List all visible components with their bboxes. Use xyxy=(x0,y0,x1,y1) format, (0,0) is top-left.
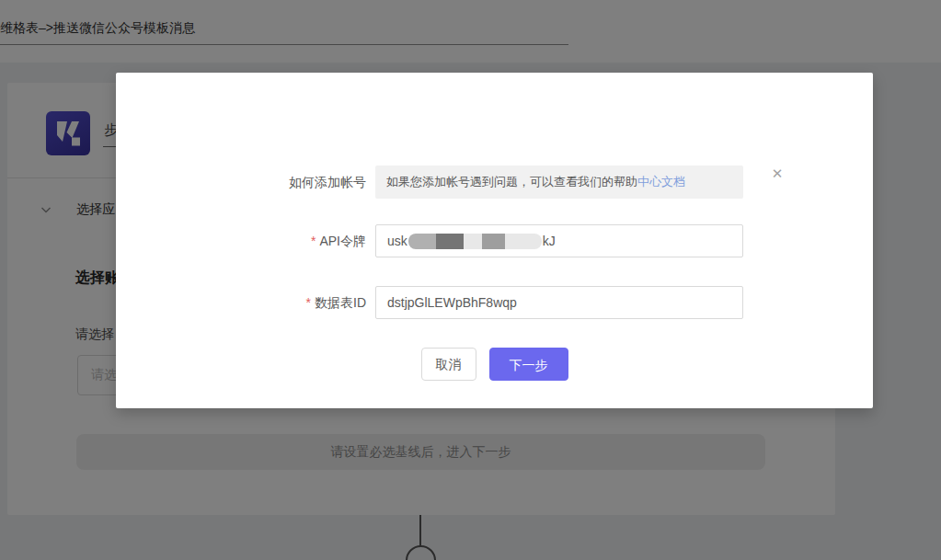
help-info-text: 如果您添加帐号遇到问题，可以查看我们的帮助 xyxy=(386,175,637,189)
required-asterisk: * xyxy=(306,295,311,310)
required-asterisk: * xyxy=(311,234,316,248)
app-page: 维格表–>推送微信公众号模板消息 步 选择应 选择账 请选择 请选 请设置必选基… xyxy=(0,0,941,560)
api-token-suffix: kJ xyxy=(543,234,556,248)
help-info-box: 如果您添加帐号遇到问题，可以查看我们的帮助中心文档 xyxy=(375,166,743,199)
api-token-label-text: API令牌 xyxy=(319,234,366,248)
cancel-button[interactable]: 取消 xyxy=(421,348,476,381)
datasheet-id-row: *数据表ID dstjpGlLEWpBhF8wqp xyxy=(116,286,873,319)
help-center-link[interactable]: 中心文档 xyxy=(637,175,685,189)
datasheet-id-label: *数据表ID xyxy=(116,286,366,319)
redacted-token-blocks xyxy=(408,234,542,249)
help-label: 如何添加帐号 xyxy=(116,166,366,199)
api-token-label: *API令牌 xyxy=(116,224,366,257)
datasheet-id-input[interactable]: dstjpGlLEWpBhF8wqp xyxy=(375,286,743,319)
help-row: 如何添加帐号 如果您添加帐号遇到问题，可以查看我们的帮助中心文档 xyxy=(116,166,873,199)
api-token-row: *API令牌 usk kJ xyxy=(116,224,873,257)
api-token-input[interactable]: usk kJ xyxy=(375,224,743,257)
authorization-modal: 请您填写授权信息 ✕ 如何添加帐号 如果您添加帐号遇到问题，可以查看我们的帮助中… xyxy=(116,73,873,408)
modal-footer: 取消 下一步 xyxy=(116,348,873,381)
next-step-button[interactable]: 下一步 xyxy=(489,348,568,381)
api-token-prefix: usk xyxy=(387,234,407,248)
datasheet-id-label-text: 数据表ID xyxy=(315,295,366,310)
datasheet-id-value: dstjpGlLEWpBhF8wqp xyxy=(387,295,517,310)
